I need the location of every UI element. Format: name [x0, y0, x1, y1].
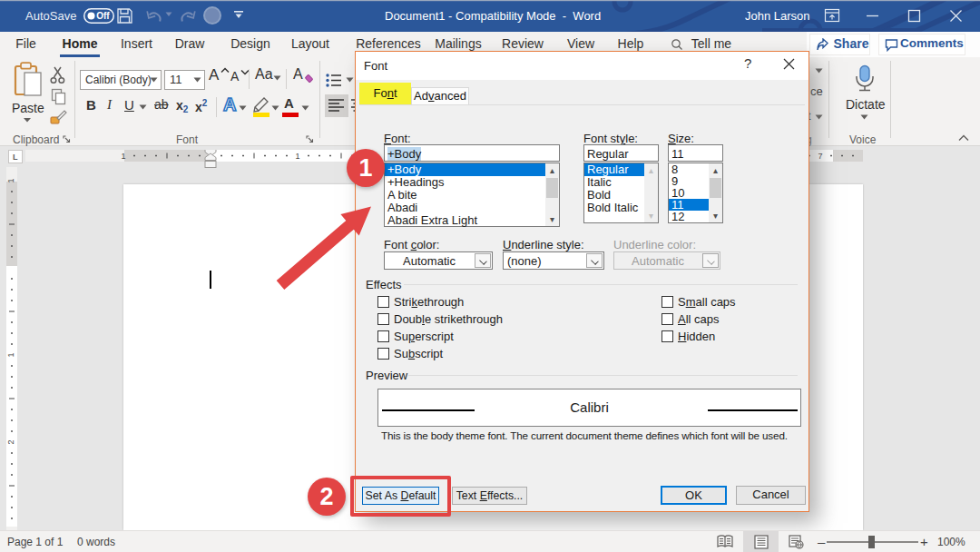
- svg-text:Off: Off: [96, 11, 110, 21]
- svg-text:7: 7: [818, 152, 822, 161]
- svg-text:2: 2: [6, 439, 15, 444]
- svg-text:1: 1: [121, 152, 125, 161]
- svg-text:1: 1: [295, 152, 299, 161]
- svg-text:1: 1: [6, 178, 15, 182]
- svg-text:1: 1: [6, 352, 15, 357]
